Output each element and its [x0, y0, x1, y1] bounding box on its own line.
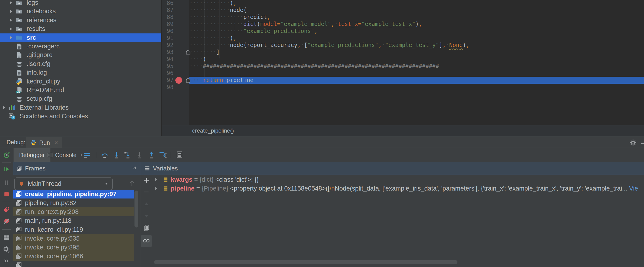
- code-token: ########################################…: [203, 63, 439, 69]
- code-line-95[interactable]: ····####################################…: [189, 63, 439, 70]
- expand-arrow-icon[interactable]: [8, 27, 14, 32]
- frame-label: invoke, core.py:1066: [25, 253, 83, 260]
- tree-item-isort-cfg[interactable]: .isort.cfg: [0, 60, 162, 68]
- evaluate-expression-icon[interactable]: [176, 151, 184, 159]
- hide-window-icon[interactable]: [640, 140, 644, 147]
- frame-row-pipeline-run-py-82[interactable]: pipeline, run.py:82: [13, 198, 134, 207]
- expand-arrow-icon[interactable]: [8, 9, 14, 14]
- code-line-86[interactable]: ············),: [189, 0, 236, 7]
- frames-scrollbar[interactable]: [134, 190, 138, 227]
- previous-frame-arrow-icon[interactable]: [128, 179, 136, 187]
- code-line-88[interactable]: ················predict,: [189, 14, 270, 21]
- code-token: ········: [189, 49, 216, 55]
- frame-icon: [15, 262, 22, 267]
- expand-arrow-icon[interactable]: [8, 0, 14, 5]
- smart-step-into-icon[interactable]: [136, 151, 143, 159]
- variable-row-pipeline[interactable]: pipeline = {Pipeline} <property object a…: [140, 184, 644, 193]
- duplicate-icon[interactable]: [143, 224, 150, 232]
- code-area[interactable]: ············),············node(·········…: [189, 0, 644, 125]
- tree-item-src[interactable]: src: [0, 34, 162, 42]
- step-into-icon[interactable]: [112, 151, 120, 159]
- rerun-icon[interactable]: [3, 151, 10, 159]
- tree-item-logs[interactable]: logs: [0, 0, 162, 7]
- tree-item-scratches-and-consoles[interactable]: Scratches and Consoles: [0, 112, 162, 121]
- run-to-cursor-icon[interactable]: [159, 151, 167, 159]
- expand-arrow-icon[interactable]: [153, 177, 159, 182]
- code-line-92[interactable]: ············node(report_accuracy,·["exam…: [189, 42, 469, 49]
- frame-row[interactable]: [13, 261, 134, 267]
- close-icon[interactable]: ×: [54, 139, 58, 146]
- breadcrumb[interactable]: create_pipeline(): [192, 125, 234, 136]
- variable-name: pipeline: [171, 185, 194, 192]
- code-token: ·: [446, 42, 449, 48]
- mute-breakpoints-icon[interactable]: [3, 217, 10, 225]
- frame-row-run-context-py-208[interactable]: run, context.py:208: [13, 207, 134, 216]
- expand-arrow-icon[interactable]: [153, 186, 159, 191]
- code-line-87[interactable]: ············node(: [189, 7, 247, 14]
- frame-row-create-pipeline-pipeline-py-97[interactable]: create_pipeline, pipeline.py:97: [13, 190, 134, 198]
- frame-row-invoke-core-py-535[interactable]: invoke, core.py:535: [13, 234, 134, 243]
- frame-row-invoke-core-py-895[interactable]: invoke, core.py:895: [13, 243, 134, 252]
- pin-icon[interactable]: [131, 165, 137, 171]
- code-line-94[interactable]: ····): [189, 56, 206, 63]
- breakpoint-icon[interactable]: [175, 77, 182, 84]
- line-number: 89: [162, 21, 174, 28]
- tree-item-external-libraries[interactable]: External Libraries: [0, 103, 162, 112]
- frame-label: main, run.py:118: [25, 217, 72, 224]
- code-editor[interactable]: 86878889909192939495969798 ············)…: [162, 0, 644, 125]
- variable-link[interactable]: Vie: [628, 185, 638, 192]
- code-line-97[interactable]: ····return·pipeline: [189, 77, 254, 84]
- variables-horizontal-scrollbar[interactable]: [154, 260, 458, 264]
- code-line-93[interactable]: ········]: [189, 49, 220, 56]
- thread-selector-dropdown[interactable]: MainThread: [14, 177, 113, 190]
- variable-val: <property object at 0x1158e0548>([: [230, 185, 330, 192]
- folder-src-icon: [16, 34, 23, 41]
- tree-item-references[interactable]: references: [0, 16, 162, 25]
- frame-row-main-run-py-118[interactable]: main, run.py:118: [13, 216, 134, 225]
- view-breakpoints-icon[interactable]: [3, 206, 10, 213]
- move-down-icon[interactable]: [143, 212, 150, 219]
- tree-item-kedro-cli-py[interactable]: kedro_cli.py: [0, 77, 162, 86]
- settings-gear-icon[interactable]: [3, 245, 10, 253]
- tree-item-notebooks[interactable]: notebooks: [0, 7, 162, 16]
- variables-title: Variables: [153, 165, 178, 172]
- frames-panel: MainThread create_pipeline, pipeline.py:…: [13, 175, 140, 267]
- tab-console[interactable]: Console: [45, 148, 86, 162]
- tree-item-setup-cfg[interactable]: setup.cfg: [0, 94, 162, 103]
- force-step-into-icon[interactable]: [124, 151, 132, 159]
- variables-list-icon: [144, 165, 150, 171]
- expand-arrow-icon[interactable]: [8, 18, 14, 23]
- code-token: =: [277, 21, 280, 27]
- tree-item-results[interactable]: results: [0, 25, 162, 33]
- settings-gear-icon[interactable]: [630, 139, 637, 147]
- expand-arrow-icon[interactable]: [2, 105, 6, 110]
- more-icon[interactable]: [3, 257, 10, 265]
- tree-item-label: kedro_cli.py: [26, 78, 60, 85]
- tree-item-info-log[interactable]: info.log: [0, 68, 162, 77]
- move-up-icon[interactable]: [143, 200, 150, 208]
- show-execution-point-icon[interactable]: [83, 151, 91, 159]
- stop-icon[interactable]: [3, 190, 10, 198]
- expand-arrow-icon[interactable]: [8, 35, 14, 40]
- folder-icon: [16, 17, 23, 24]
- tree-item-gitignore[interactable]: .gitignore: [0, 51, 162, 59]
- resume-icon[interactable]: [3, 166, 10, 173]
- pause-icon[interactable]: [3, 179, 10, 186]
- frame-row-invoke-core-py-1066[interactable]: invoke, core.py:1066: [13, 252, 134, 261]
- restore-layout-icon[interactable]: [3, 234, 10, 241]
- editor-gutter[interactable]: 86878889909192939495969798: [162, 0, 189, 125]
- frames-title: Frames: [25, 165, 46, 172]
- tree-item-readme-md[interactable]: MDREADME.md: [0, 86, 162, 94]
- variable-row-kwargs[interactable]: kwargs = {dict} <class 'dict'>: {}: [140, 175, 644, 184]
- step-out-icon[interactable]: [147, 151, 155, 159]
- run-session-tab[interactable]: Run ×: [26, 137, 62, 148]
- frame-row-run-kedro-cli-py-119[interactable]: run, kedro_cli.py:119: [13, 225, 134, 234]
- step-over-icon[interactable]: [101, 151, 108, 159]
- code-line-89[interactable]: ················dict(model="example_mode…: [189, 21, 422, 28]
- code-line-90[interactable]: ················"example_predictions",: [189, 28, 318, 35]
- code-line-91[interactable]: ············),: [189, 35, 236, 42]
- show-watches-icon[interactable]: [143, 236, 150, 244]
- tree-item-coveragerc[interactable]: .coveragerc: [0, 42, 162, 51]
- folder-icon: [16, 26, 23, 33]
- code-token: return: [203, 77, 223, 84]
